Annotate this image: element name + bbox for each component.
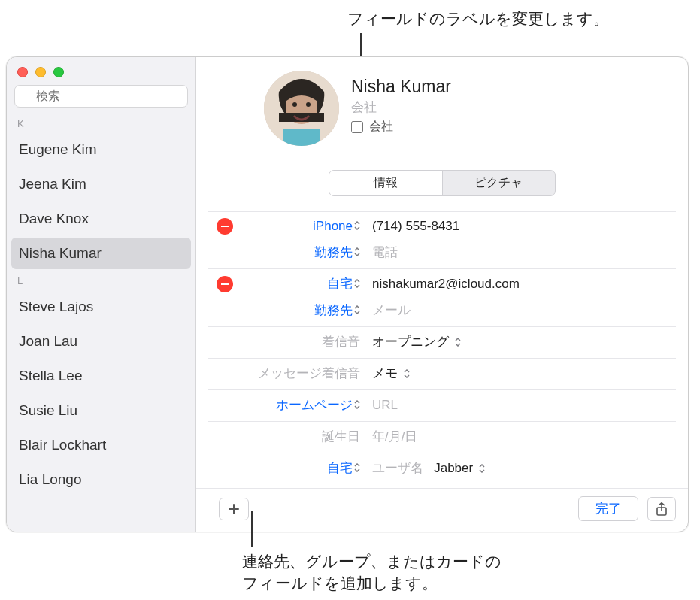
window-controls: [7, 57, 195, 82]
list-item[interactable]: Lia Longo: [7, 462, 195, 497]
chevron-updown-icon: [354, 245, 360, 260]
delete-email-button[interactable]: [217, 276, 233, 292]
callout-bottom-line: [251, 511, 253, 547]
ringtone-label: 着信音: [241, 333, 365, 350]
field-row-phone: iPhone (714) 555-8431: [208, 211, 676, 239]
im-username-placeholder[interactable]: ユーザ名: [372, 461, 423, 475]
field-row-im: 自宅 ユーザ名 Jabber: [208, 453, 676, 481]
contact-name-text: Jeena Kim: [19, 176, 86, 192]
homepage-label-text: ホームページ: [276, 396, 353, 414]
callout-bottom: 連絡先、グループ、またはカードの フィールドを追加します。: [242, 550, 502, 595]
chevron-updown-icon: [354, 303, 360, 318]
contact-full-name[interactable]: Nisha Kumar: [351, 77, 451, 97]
email2-placeholder[interactable]: メール: [365, 302, 676, 319]
ringtone-select[interactable]: オープニング: [365, 333, 676, 350]
delete-phone-button[interactable]: [217, 218, 233, 235]
name-block: Nisha Kumar 会社 会社: [351, 71, 451, 135]
contact-name-text: Blair Lockhart: [19, 437, 106, 453]
im-service-select[interactable]: Jabber: [434, 461, 485, 476]
minimize-icon[interactable]: [35, 67, 46, 77]
texttone-value-text: メモ: [372, 365, 398, 382]
field-row-homepage: ホームページ URL: [208, 389, 676, 418]
birthday-placeholder[interactable]: 年/月/日: [365, 428, 676, 445]
tab-info[interactable]: 情報: [329, 171, 442, 195]
contacts-window: K Eugene Kim Jeena Kim Dave Knox Nisha K…: [6, 56, 689, 532]
company-checkbox-label: 会社: [369, 119, 393, 135]
im-label-select[interactable]: 自宅: [241, 459, 365, 477]
contact-name-text: Nisha Kumar: [19, 245, 102, 261]
phone2-placeholder[interactable]: 電話: [365, 244, 676, 261]
list-item[interactable]: Dave Knox: [7, 202, 195, 236]
homepage-label-select[interactable]: ホームページ: [241, 396, 365, 414]
phone2-label-text: 勤務先: [314, 244, 353, 261]
search-wrap: [7, 82, 195, 114]
phone-label-select[interactable]: iPhone: [241, 219, 365, 234]
phone-value[interactable]: (714) 555-8431: [365, 219, 676, 234]
done-button-label: 完了: [595, 502, 621, 516]
list-item-selected[interactable]: Nisha Kumar: [11, 238, 191, 269]
chevron-updown-icon: [354, 461, 360, 476]
birthday-label: 誕生日: [241, 428, 365, 445]
list-item[interactable]: Blair Lockhart: [7, 428, 195, 462]
chevron-updown-icon: [455, 338, 461, 347]
svg-point-6: [306, 102, 311, 107]
fields-area: iPhone (714) 555-8431 勤務先 電話: [208, 208, 676, 488]
homepage-placeholder[interactable]: URL: [365, 398, 676, 413]
card-footer: 完了: [196, 488, 688, 532]
svg-rect-7: [283, 129, 320, 146]
section-header-l: L: [7, 271, 195, 289]
email-value[interactable]: nishakumar2@icloud.com: [365, 277, 676, 292]
svg-point-5: [292, 102, 297, 107]
chevron-updown-icon: [354, 277, 360, 292]
contact-name-text: Dave Knox: [19, 211, 89, 226]
callout-top-text: フィールドのラベルを変更します。: [347, 10, 609, 27]
field-row-ringtone: 着信音 オープニング: [208, 326, 676, 355]
avatar[interactable]: [264, 71, 339, 146]
list-item[interactable]: Susie Liu: [7, 393, 195, 428]
im-value-area: ユーザ名 Jabber: [365, 459, 676, 477]
list-item[interactable]: Jeena Kim: [7, 167, 195, 202]
search-input[interactable]: [14, 85, 188, 108]
close-icon[interactable]: [17, 67, 28, 77]
share-button[interactable]: [647, 497, 676, 521]
segmented-control: 情報 ピクチャ: [329, 170, 556, 196]
svg-rect-9: [221, 283, 229, 285]
list-item[interactable]: Joan Lau: [7, 324, 195, 359]
add-field-button[interactable]: [219, 498, 249, 520]
field-row-email2: 勤務先 メール: [208, 297, 676, 323]
contact-name-text: Stella Lee: [19, 368, 83, 383]
phone-label-text: iPhone: [313, 219, 353, 234]
chevron-updown-icon: [354, 219, 360, 234]
email-label-text: 自宅: [327, 275, 353, 292]
contact-name-text: Steve Lajos: [19, 298, 93, 314]
list-item[interactable]: Steve Lajos: [7, 289, 195, 324]
tab-info-label: 情報: [374, 176, 398, 189]
phone2-label-select[interactable]: 勤務先: [241, 244, 365, 261]
company-checkbox[interactable]: [351, 121, 363, 133]
callout-top: フィールドのラベルを変更します。: [347, 8, 609, 29]
texttone-label: メッセージ着信音: [241, 365, 365, 382]
company-checkbox-row: 会社: [351, 119, 451, 135]
tab-picture-label: ピクチャ: [474, 176, 523, 189]
chevron-updown-icon: [479, 464, 485, 473]
company-field[interactable]: 会社: [351, 98, 451, 116]
contact-name-text: Eugene Kim: [19, 141, 97, 157]
tab-picture[interactable]: ピクチャ: [442, 171, 556, 195]
email-label-select[interactable]: 自宅: [241, 275, 365, 292]
ringtone-value-text: オープニング: [372, 333, 449, 350]
callout-bottom-line2: フィールドを追加します。: [242, 572, 502, 594]
email2-label-text: 勤務先: [314, 302, 353, 319]
chevron-updown-icon: [404, 369, 410, 378]
list-item[interactable]: Eugene Kim: [7, 132, 195, 167]
texttone-select[interactable]: メモ: [365, 365, 676, 382]
contact-name-text: Joan Lau: [19, 333, 77, 349]
email2-label-select[interactable]: 勤務先: [241, 302, 365, 319]
field-row-email: 自宅 nishakumar2@icloud.com: [208, 268, 676, 297]
sidebar: K Eugene Kim Jeena Kim Dave Knox Nisha K…: [7, 57, 196, 532]
im-label-text: 自宅: [327, 459, 353, 477]
zoom-icon[interactable]: [53, 67, 64, 77]
contact-name-text: Susie Liu: [19, 402, 77, 418]
list-item[interactable]: Stella Lee: [7, 359, 195, 393]
done-button[interactable]: 完了: [578, 496, 638, 521]
field-row-birthday: 誕生日 年/月/日: [208, 421, 676, 450]
